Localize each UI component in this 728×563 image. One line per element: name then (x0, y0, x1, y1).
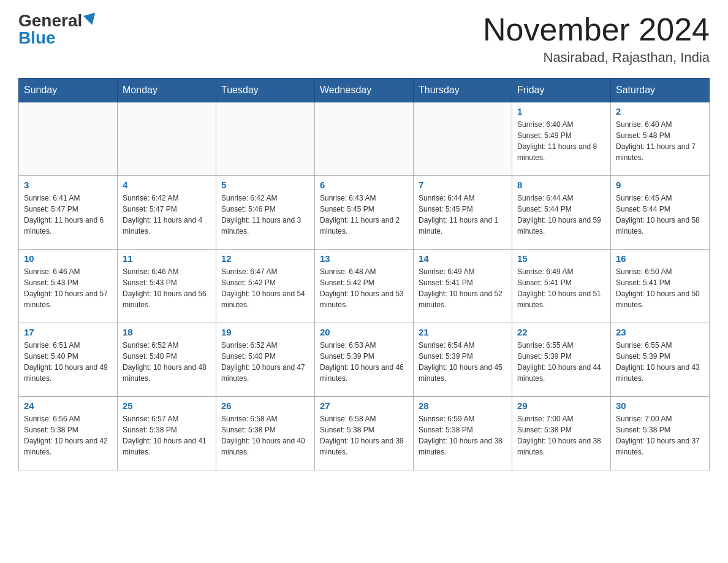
logo-general-word: General (18, 11, 82, 30)
calendar-cell: 18Sunrise: 6:52 AM Sunset: 5:40 PM Dayli… (118, 323, 216, 397)
calendar-cell: 19Sunrise: 6:52 AM Sunset: 5:40 PM Dayli… (216, 323, 315, 397)
calendar-cell: 29Sunrise: 7:00 AM Sunset: 5:38 PM Dayli… (512, 397, 611, 470)
calendar-cell: 27Sunrise: 6:58 AM Sunset: 5:38 PM Dayli… (315, 397, 414, 470)
day-number: 8 (517, 180, 605, 190)
day-number: 21 (419, 327, 507, 337)
day-number: 28 (419, 400, 507, 411)
day-info: Sunrise: 6:52 AM Sunset: 5:40 PM Dayligh… (221, 340, 309, 384)
day-number: 13 (320, 253, 408, 264)
weekday-header-monday: Monday (118, 79, 216, 102)
day-info: Sunrise: 6:41 AM Sunset: 5:47 PM Dayligh… (24, 193, 112, 237)
day-info: Sunrise: 6:49 AM Sunset: 5:41 PM Dayligh… (517, 266, 605, 310)
calendar-cell: 8Sunrise: 6:44 AM Sunset: 5:44 PM Daylig… (512, 176, 611, 250)
day-info: Sunrise: 6:47 AM Sunset: 5:42 PM Dayligh… (221, 266, 309, 310)
calendar-table: SundayMondayTuesdayWednesdayThursdayFrid… (18, 78, 710, 470)
day-number: 16 (616, 253, 704, 264)
calendar-cell: 12Sunrise: 6:47 AM Sunset: 5:42 PM Dayli… (216, 250, 315, 323)
calendar-cell (315, 102, 414, 176)
week-row-1: 1Sunrise: 6:40 AM Sunset: 5:49 PM Daylig… (19, 102, 710, 176)
day-info: Sunrise: 6:58 AM Sunset: 5:38 PM Dayligh… (320, 413, 408, 458)
day-info: Sunrise: 7:00 AM Sunset: 5:38 PM Dayligh… (616, 413, 704, 458)
week-row-5: 24Sunrise: 6:56 AM Sunset: 5:38 PM Dayli… (19, 397, 710, 470)
calendar-cell: 21Sunrise: 6:54 AM Sunset: 5:39 PM Dayli… (414, 323, 512, 397)
weekday-header-friday: Friday (512, 79, 611, 102)
page-header: General Blue November 2024 Nasirabad, Ra… (18, 12, 710, 66)
day-number: 1 (517, 106, 605, 117)
day-info: Sunrise: 6:40 AM Sunset: 5:48 PM Dayligh… (616, 119, 704, 163)
month-title: November 2024 (483, 12, 710, 47)
calendar-cell (414, 102, 512, 176)
calendar-cell: 5Sunrise: 6:42 AM Sunset: 5:46 PM Daylig… (216, 176, 315, 250)
day-info: Sunrise: 6:55 AM Sunset: 5:39 PM Dayligh… (517, 340, 605, 384)
week-row-2: 3Sunrise: 6:41 AM Sunset: 5:47 PM Daylig… (19, 176, 710, 250)
calendar-cell (118, 102, 216, 176)
day-number: 30 (616, 400, 704, 411)
calendar-cell: 6Sunrise: 6:43 AM Sunset: 5:45 PM Daylig… (315, 176, 414, 250)
weekday-header-row: SundayMondayTuesdayWednesdayThursdayFrid… (19, 79, 710, 102)
day-number: 25 (123, 400, 211, 411)
calendar-cell: 9Sunrise: 6:45 AM Sunset: 5:44 PM Daylig… (611, 176, 710, 250)
day-number: 7 (419, 180, 507, 190)
week-row-4: 17Sunrise: 6:51 AM Sunset: 5:40 PM Dayli… (19, 323, 710, 397)
day-number: 5 (221, 180, 309, 190)
day-info: Sunrise: 6:45 AM Sunset: 5:44 PM Dayligh… (616, 193, 704, 237)
calendar-cell: 3Sunrise: 6:41 AM Sunset: 5:47 PM Daylig… (19, 176, 118, 250)
day-info: Sunrise: 6:46 AM Sunset: 5:43 PM Dayligh… (24, 266, 112, 310)
calendar-cell (216, 102, 315, 176)
day-number: 3 (24, 180, 112, 190)
day-info: Sunrise: 6:40 AM Sunset: 5:49 PM Dayligh… (517, 119, 605, 163)
day-number: 11 (123, 253, 211, 264)
logo-blue-text: Blue (18, 29, 56, 47)
day-info: Sunrise: 6:51 AM Sunset: 5:40 PM Dayligh… (24, 340, 112, 384)
day-info: Sunrise: 6:44 AM Sunset: 5:44 PM Dayligh… (517, 193, 605, 237)
day-info: Sunrise: 6:44 AM Sunset: 5:45 PM Dayligh… (419, 193, 507, 237)
day-number: 23 (616, 327, 704, 337)
day-number: 9 (616, 180, 704, 190)
day-info: Sunrise: 6:55 AM Sunset: 5:39 PM Dayligh… (616, 340, 704, 384)
day-info: Sunrise: 6:58 AM Sunset: 5:38 PM Dayligh… (221, 413, 309, 458)
calendar-cell: 16Sunrise: 6:50 AM Sunset: 5:41 PM Dayli… (611, 250, 710, 323)
weekday-header-saturday: Saturday (611, 79, 710, 102)
calendar-cell: 13Sunrise: 6:48 AM Sunset: 5:42 PM Dayli… (315, 250, 414, 323)
day-info: Sunrise: 6:48 AM Sunset: 5:42 PM Dayligh… (320, 266, 408, 310)
calendar-cell: 25Sunrise: 6:57 AM Sunset: 5:38 PM Dayli… (118, 397, 216, 470)
calendar-cell (19, 102, 118, 176)
day-number: 29 (517, 400, 605, 411)
day-info: Sunrise: 6:42 AM Sunset: 5:46 PM Dayligh… (221, 193, 309, 237)
day-info: Sunrise: 6:54 AM Sunset: 5:39 PM Dayligh… (419, 340, 507, 384)
day-number: 24 (24, 400, 112, 411)
day-info: Sunrise: 6:59 AM Sunset: 5:38 PM Dayligh… (419, 413, 507, 458)
week-row-3: 10Sunrise: 6:46 AM Sunset: 5:43 PM Dayli… (19, 250, 710, 323)
day-info: Sunrise: 7:00 AM Sunset: 5:38 PM Dayligh… (517, 413, 605, 458)
day-info: Sunrise: 6:56 AM Sunset: 5:38 PM Dayligh… (24, 413, 112, 458)
calendar-cell: 14Sunrise: 6:49 AM Sunset: 5:41 PM Dayli… (414, 250, 512, 323)
day-number: 4 (123, 180, 211, 190)
weekday-header-wednesday: Wednesday (315, 79, 414, 102)
calendar-cell: 22Sunrise: 6:55 AM Sunset: 5:39 PM Dayli… (512, 323, 611, 397)
weekday-header-thursday: Thursday (414, 79, 512, 102)
day-number: 17 (24, 327, 112, 337)
calendar-cell: 23Sunrise: 6:55 AM Sunset: 5:39 PM Dayli… (611, 323, 710, 397)
day-info: Sunrise: 6:52 AM Sunset: 5:40 PM Dayligh… (123, 340, 211, 384)
day-number: 6 (320, 180, 408, 190)
calendar-cell: 17Sunrise: 6:51 AM Sunset: 5:40 PM Dayli… (19, 323, 118, 397)
logo-blue-word: Blue (18, 29, 56, 47)
day-number: 26 (221, 400, 309, 411)
logo-triangle-icon (83, 13, 98, 27)
logo-general-text: General (18, 12, 97, 29)
day-info: Sunrise: 6:57 AM Sunset: 5:38 PM Dayligh… (123, 413, 211, 458)
day-info: Sunrise: 6:50 AM Sunset: 5:41 PM Dayligh… (616, 266, 704, 310)
day-info: Sunrise: 6:53 AM Sunset: 5:39 PM Dayligh… (320, 340, 408, 384)
day-number: 20 (320, 327, 408, 337)
day-number: 10 (24, 253, 112, 264)
title-section: November 2024 Nasirabad, Rajasthan, Indi… (483, 12, 710, 66)
day-info: Sunrise: 6:46 AM Sunset: 5:43 PM Dayligh… (123, 266, 211, 310)
calendar-cell: 7Sunrise: 6:44 AM Sunset: 5:45 PM Daylig… (414, 176, 512, 250)
day-number: 18 (123, 327, 211, 337)
calendar-cell: 2Sunrise: 6:40 AM Sunset: 5:48 PM Daylig… (611, 102, 710, 176)
calendar-cell: 11Sunrise: 6:46 AM Sunset: 5:43 PM Dayli… (118, 250, 216, 323)
calendar-cell: 30Sunrise: 7:00 AM Sunset: 5:38 PM Dayli… (611, 397, 710, 470)
day-info: Sunrise: 6:43 AM Sunset: 5:45 PM Dayligh… (320, 193, 408, 237)
calendar-cell: 10Sunrise: 6:46 AM Sunset: 5:43 PM Dayli… (19, 250, 118, 323)
location-title: Nasirabad, Rajasthan, India (483, 50, 710, 66)
